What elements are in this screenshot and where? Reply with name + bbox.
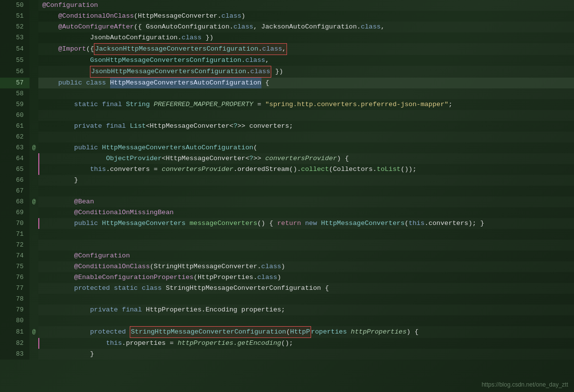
line-code: private final HttpProperties.Encoding pr…	[38, 305, 574, 315]
line-indicator	[29, 99, 38, 110]
line-indicator: @	[29, 142, 38, 153]
line-number: 56	[0, 66, 29, 78]
line-number: 74	[0, 251, 29, 261]
line-code: GsonHttpMessageConvertersConfiguration.c…	[38, 55, 574, 66]
line-indicator	[29, 261, 38, 272]
line-indicator	[29, 153, 38, 164]
table-row: 66 }	[0, 175, 574, 186]
line-number: 79	[0, 305, 29, 315]
line-indicator	[29, 32, 38, 43]
line-number: 69	[0, 207, 29, 218]
table-row: 62	[0, 132, 574, 142]
table-row: 79 private final HttpProperties.Encoding…	[0, 305, 574, 315]
table-row: 61 private final List<HttpMessageConvert…	[0, 121, 574, 132]
line-indicator	[29, 338, 38, 349]
line-code: @Configuration	[38, 251, 574, 261]
line-code: @EnableConfigurationProperties(HttpPrope…	[38, 272, 574, 283]
line-indicator: @	[29, 326, 38, 338]
table-row: 59 static final String PREFERRED_MAPPER_…	[0, 99, 574, 110]
line-indicator	[29, 283, 38, 294]
table-row: 51 @ConditionalOnClass(HttpMessageConver…	[0, 11, 574, 22]
line-code: public HttpMessageConverters messageConv…	[38, 218, 574, 229]
line-indicator	[29, 175, 38, 186]
line-code: public HttpMessageConvertersAutoConfigur…	[38, 142, 574, 153]
line-indicator	[29, 229, 38, 240]
line-code: this.converters = convertersProvider.ord…	[38, 164, 574, 175]
line-indicator: @	[29, 196, 38, 207]
table-row: 71	[0, 229, 574, 240]
line-number: 59	[0, 99, 29, 110]
line-number: 62	[0, 132, 29, 142]
table-row: 65 this.converters = convertersProvider.…	[0, 164, 574, 175]
line-number: 77	[0, 283, 29, 294]
line-number: 83	[0, 349, 29, 360]
line-number: 57	[0, 78, 29, 88]
line-number: 78	[0, 294, 29, 305]
line-code: @ConditionalOnMissingBean	[38, 207, 574, 218]
table-row: 57 public class HttpMessageConvertersAut…	[0, 78, 574, 88]
line-number: 52	[0, 22, 29, 32]
line-indicator	[29, 121, 38, 132]
line-indicator	[29, 186, 38, 196]
line-number: 63	[0, 142, 29, 153]
line-number: 55	[0, 55, 29, 66]
table-row: 60	[0, 110, 574, 121]
line-code: static final String PREFERRED_MAPPER_PRO…	[38, 99, 574, 110]
line-number: 68	[0, 196, 29, 207]
line-code	[38, 229, 574, 240]
line-code	[38, 186, 574, 196]
line-number: 81	[0, 326, 29, 338]
line-number: 67	[0, 186, 29, 196]
line-number: 71	[0, 229, 29, 240]
table-row: 64 ObjectProvider<HttpMessageConverter<?…	[0, 153, 574, 164]
table-row: 78	[0, 294, 574, 305]
table-row: 70 public HttpMessageConverters messageC…	[0, 218, 574, 229]
line-indicator	[29, 88, 38, 99]
line-code: JsonbHttpMessageConvertersConfiguration.…	[38, 66, 574, 78]
table-row: 67	[0, 186, 574, 196]
line-indicator	[29, 272, 38, 283]
code-content: 50 @Configuration 51 @ConditionalOnClass…	[0, 0, 574, 392]
line-code: @ConditionalOnClass(HttpMessageConverter…	[38, 11, 574, 22]
line-code: @Bean	[38, 196, 574, 207]
line-indicator	[29, 251, 38, 261]
line-indicator	[29, 294, 38, 305]
line-code: this.properties = httpProperties.getEnco…	[38, 338, 574, 349]
line-number: 61	[0, 121, 29, 132]
line-number: 80	[0, 315, 29, 326]
lines-container: 50 @Configuration 51 @ConditionalOnClass…	[0, 0, 574, 392]
line-number: 53	[0, 32, 29, 43]
line-code: }	[38, 175, 574, 186]
line-number: 64	[0, 153, 29, 164]
line-code	[38, 294, 574, 305]
line-indicator	[29, 55, 38, 66]
line-code: @AutoConfigureAfter({ GsonAutoConfigurat…	[38, 22, 574, 32]
table-row: 63@ public HttpMessageConvertersAutoConf…	[0, 142, 574, 153]
line-code: @Import({ JacksonHttpMessageConvertersCo…	[38, 43, 574, 55]
line-number: 70	[0, 218, 29, 229]
table-row: 52 @AutoConfigureAfter({ GsonAutoConfigu…	[0, 22, 574, 32]
table-row: 82 this.properties = httpProperties.getE…	[0, 338, 574, 349]
table-row: 76 @EnableConfigurationProperties(HttpPr…	[0, 272, 574, 283]
code-editor: 50 @Configuration 51 @ConditionalOnClass…	[0, 0, 574, 392]
table-row: 72	[0, 240, 574, 251]
line-number: 65	[0, 164, 29, 175]
table-row: 54 @Import({ JacksonHttpMessageConverter…	[0, 43, 574, 55]
line-indicator	[29, 164, 38, 175]
line-indicator	[29, 66, 38, 78]
line-code: public class HttpMessageConvertersAutoCo…	[38, 78, 574, 88]
table-row: 83 }	[0, 349, 574, 360]
line-code	[38, 240, 574, 251]
table-row: 50 @Configuration	[0, 0, 574, 11]
line-indicator	[29, 240, 38, 251]
line-number: 58	[0, 88, 29, 99]
line-code: }	[38, 349, 574, 360]
watermark: https://blog.csdn.net/one_day_ztt	[482, 381, 568, 388]
table-row: 77 protected static class StringHttpMess…	[0, 283, 574, 294]
line-code	[38, 315, 574, 326]
line-number: 54	[0, 43, 29, 55]
line-number: 60	[0, 110, 29, 121]
table-row: 53 JsonbAutoConfiguration.class })	[0, 32, 574, 43]
line-indicator	[29, 0, 38, 11]
line-indicator	[29, 349, 38, 360]
